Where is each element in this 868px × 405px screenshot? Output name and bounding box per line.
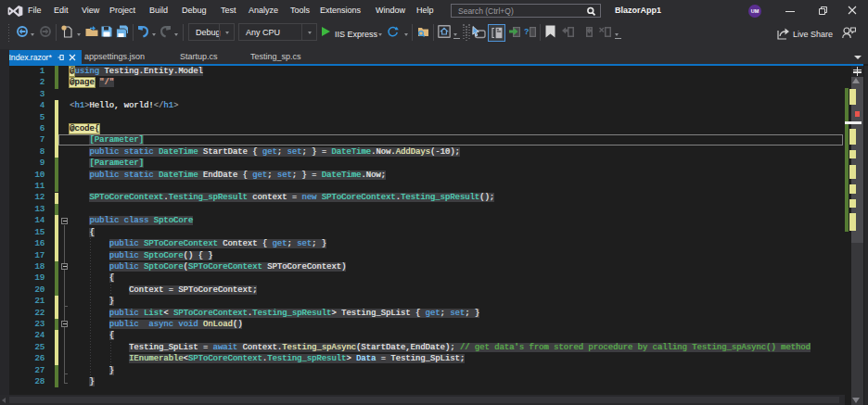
svg-text:?: ? (524, 27, 530, 36)
